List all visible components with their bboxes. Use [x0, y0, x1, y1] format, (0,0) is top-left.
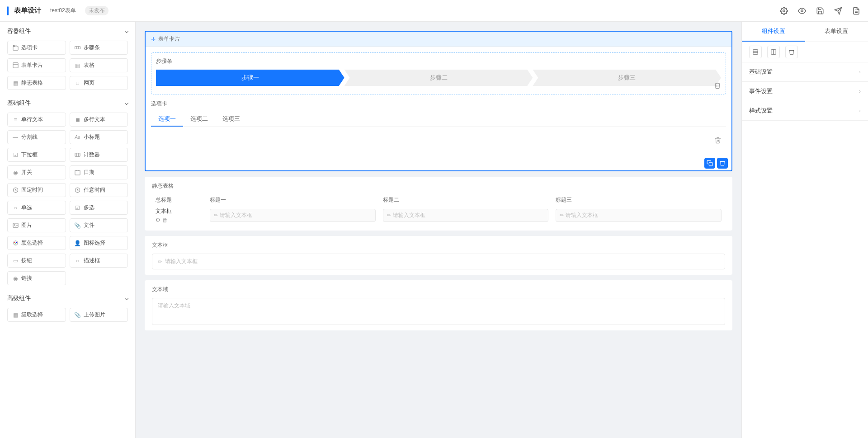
- cascade-icon: ▦: [12, 312, 19, 318]
- tab-form-settings[interactable]: 表单设置: [805, 22, 868, 42]
- sidebar-item-color-picker[interactable]: 颜色选择: [7, 236, 66, 250]
- form-card-move-icon[interactable]: ✛: [151, 36, 156, 42]
- step-3[interactable]: 步骤三: [533, 70, 721, 86]
- style-settings-label: 样式设置: [749, 107, 773, 115]
- document-icon[interactable]: [852, 6, 861, 15]
- sidebar-item-file[interactable]: 📎 文件: [70, 218, 128, 232]
- sidebar-item-cascade[interactable]: ▦ 级联选择: [7, 308, 66, 322]
- advanced-section-label: 高级组件: [7, 294, 31, 302]
- settings-icon[interactable]: [779, 6, 788, 15]
- event-settings-section[interactable]: 事件设置 ›: [742, 82, 868, 101]
- layout-icon-btn[interactable]: [749, 46, 762, 58]
- sidebar-item-link[interactable]: ◉ 链接: [7, 271, 66, 285]
- sidebar-item-counter[interactable]: 计数器: [70, 148, 128, 162]
- sidebar-item-checkbox-label: 多选: [84, 204, 94, 212]
- sidebar-item-tabs-label: 选项卡: [21, 44, 38, 52]
- table-input-2-icon: ✏: [387, 212, 391, 218]
- textarea-field[interactable]: 请输入文本域: [152, 298, 725, 325]
- image-icon: [12, 222, 19, 229]
- event-settings-label: 事件设置: [749, 87, 773, 95]
- tab-component-settings[interactable]: 组件设置: [742, 22, 805, 42]
- sidebar-item-button-label: 按钮: [21, 257, 32, 264]
- sidebar-item-link-label: 链接: [21, 274, 32, 282]
- table-input-1-placeholder: 请输入文本框: [220, 212, 252, 219]
- static-table: 总标题 标题一 标题二 标题三: [152, 194, 725, 225]
- step-2[interactable]: 步骤二: [344, 70, 533, 86]
- sidebar-item-single-text-label: 单行文本: [21, 116, 43, 123]
- main-layout: 容器组件 选项卡 步骤条 表单卡片: [0, 22, 868, 438]
- sidebar-item-image[interactable]: 图片: [7, 218, 66, 232]
- svg-rect-9: [75, 47, 80, 49]
- sidebar-item-description[interactable]: ○ 描述框: [70, 254, 128, 268]
- columns-icon-btn[interactable]: [767, 46, 780, 58]
- row1-delete-btn[interactable]: 🗑: [162, 217, 168, 223]
- sidebar-item-subtitle[interactable]: Aа 小标题: [70, 130, 128, 144]
- sidebar-item-webpage[interactable]: □ 网页: [70, 76, 128, 90]
- tab-1-label: 选项一: [158, 115, 176, 122]
- card-action-delete-btn[interactable]: [717, 158, 728, 169]
- card-action-copy-btn[interactable]: [704, 158, 715, 169]
- container-section-chevron[interactable]: [125, 29, 128, 33]
- preview-icon[interactable]: [797, 6, 807, 15]
- sidebar-item-dropdown-label: 下拉框: [21, 151, 38, 159]
- sidebar-item-single-text[interactable]: ≡ 单行文本: [7, 113, 66, 127]
- svg-line-26: [78, 190, 79, 191]
- fixed-time-icon: [12, 187, 19, 193]
- sidebar-item-date[interactable]: 日期: [70, 165, 128, 179]
- tab-2[interactable]: 选项二: [183, 112, 215, 127]
- row1-settings-btn[interactable]: ⚙: [156, 217, 160, 223]
- advanced-section-chevron[interactable]: [125, 297, 128, 300]
- basic-section-chevron[interactable]: [125, 101, 128, 105]
- step-1[interactable]: 步骤一: [156, 70, 344, 86]
- sidebar-item-icon-picker[interactable]: 👤 图标选择: [70, 236, 128, 250]
- switch-icon: ◉: [12, 170, 19, 176]
- text-input-field[interactable]: ✏ 请输入文本框: [152, 254, 725, 269]
- steps-delete-btn[interactable]: [714, 82, 721, 90]
- sidebar-item-button[interactable]: ▭ 按钮: [7, 254, 66, 268]
- sidebar-item-upload-image[interactable]: 📎 上传图片: [70, 308, 128, 322]
- header-status: 未发布: [85, 6, 108, 15]
- sidebar-item-steps[interactable]: 步骤条: [70, 41, 128, 55]
- style-settings-section[interactable]: 样式设置 ›: [742, 101, 868, 121]
- description-icon: ○: [75, 258, 81, 264]
- basic-settings-section[interactable]: 基础设置 ›: [742, 62, 868, 82]
- radio-icon: ○: [12, 205, 19, 211]
- table-input-1[interactable]: ✏ 请输入文本框: [210, 209, 376, 222]
- table-input-3[interactable]: ✏ 请输入文本框: [556, 209, 722, 222]
- sidebar-item-color-picker-label: 颜色选择: [21, 239, 43, 247]
- tabs-delete-btn[interactable]: [714, 137, 722, 145]
- sidebar-item-radio[interactable]: ○ 单选: [7, 201, 66, 215]
- sidebar-item-form-card[interactable]: 表单卡片: [7, 58, 66, 72]
- textarea-section: 文本域 请输入文本域: [145, 280, 732, 330]
- sidebar-item-any-time[interactable]: 任意时间: [70, 183, 128, 197]
- sidebar-item-switch[interactable]: ◉ 开关: [7, 165, 66, 179]
- sidebar-item-divider[interactable]: — 分割线: [7, 130, 66, 144]
- upload-image-icon: 📎: [75, 312, 81, 318]
- svg-point-31: [16, 242, 17, 243]
- form-card[interactable]: ✛ 表单卡片 步骤条 步骤一 步骤二 步骤三: [145, 31, 732, 171]
- sidebar-item-tabs[interactable]: 选项卡: [7, 41, 66, 55]
- svg-point-32: [15, 243, 16, 244]
- save-icon[interactable]: [816, 6, 825, 15]
- sidebar-item-table[interactable]: ▦ 表格: [70, 58, 128, 72]
- header-logo-bar: [7, 6, 9, 15]
- sidebar-item-static-table[interactable]: ▦ 静态表格: [7, 76, 66, 90]
- tabs-container: 选项卡 选项一 选项二 选项三: [151, 100, 726, 149]
- text-input-icon: ✏: [158, 259, 162, 265]
- svg-rect-7: [13, 45, 14, 47]
- sidebar-item-dropdown[interactable]: ☑ 下拉框: [7, 148, 66, 162]
- sidebar-item-multi-text[interactable]: ≣ 多行文本: [70, 113, 128, 127]
- svg-point-28: [14, 224, 15, 225]
- sidebar-item-fixed-time[interactable]: 固定时间: [7, 183, 66, 197]
- form-card-header: ✛ 表单卡片: [146, 32, 731, 47]
- tab-1[interactable]: 选项一: [151, 112, 183, 127]
- sidebar-item-fixed-time-label: 固定时间: [21, 186, 43, 194]
- delete-icon-btn[interactable]: [785, 46, 798, 58]
- send-icon[interactable]: [834, 6, 843, 15]
- multi-text-icon: ≣: [75, 117, 81, 123]
- tab-3[interactable]: 选项三: [215, 112, 247, 127]
- sidebar-item-checkbox[interactable]: ☑ 多选: [70, 201, 128, 215]
- table-input-2[interactable]: ✏ 请输入文本框: [383, 209, 549, 222]
- svg-rect-14: [75, 153, 80, 156]
- static-table-col3-header: 标题二: [379, 194, 552, 206]
